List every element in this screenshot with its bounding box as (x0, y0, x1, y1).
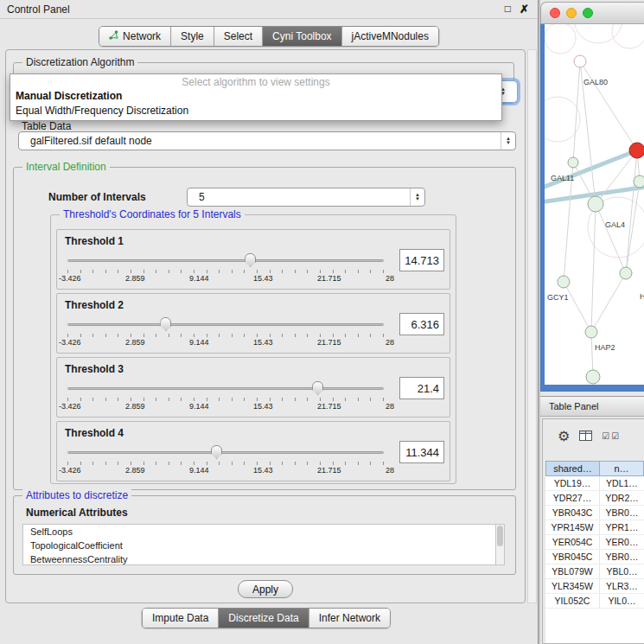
cell-shared-name[interactable]: YIL052C (545, 594, 600, 608)
table-row[interactable]: YDR27…YDR2… (545, 491, 644, 506)
checkbox-icon: ☑ (611, 431, 619, 441)
network-edge[interactable] (591, 273, 626, 332)
table-row[interactable]: YBR043CYBR0… (545, 506, 644, 520)
attribute-list-item[interactable]: SelfLoops (23, 525, 495, 539)
list-scrollbar[interactable] (495, 524, 505, 565)
minimize-traffic-light[interactable] (566, 8, 577, 18)
tab-jactivemnodules[interactable]: jActiveMNodules (341, 27, 438, 46)
table-row[interactable]: YDL19…YDL1… (545, 476, 644, 491)
threshold-value-field[interactable]: 21.4 (399, 377, 444, 399)
group-label: Interval Definition (22, 161, 110, 173)
slider-track[interactable] (67, 387, 384, 390)
slider-track[interactable] (67, 323, 384, 326)
network-edge-thick[interactable] (545, 150, 637, 188)
cell-name[interactable]: YDL1… (600, 476, 644, 490)
dropdown-item-equal-width-frequency[interactable]: Equal Width/Frequency Discretization (10, 104, 501, 118)
tab-cyni-toolbox[interactable]: Cyni Toolbox (262, 27, 341, 46)
table-row[interactable]: YPR145WYPR1… (545, 520, 644, 535)
network-canvas[interactable]: GAL80GAL11GAL4GCY1HAP2H (545, 24, 644, 385)
network-node[interactable] (568, 157, 578, 168)
algorithm-dropdown-popup: Select algorithm to view settings Manual… (10, 73, 502, 121)
network-node[interactable] (620, 267, 632, 279)
panel-scrollbar[interactable] (527, 49, 537, 603)
network-node[interactable] (558, 276, 570, 288)
attribute-list-item[interactable]: TopologicalCoefficient (23, 539, 495, 552)
close-traffic-light[interactable] (550, 8, 560, 18)
column-header-shared-name[interactable]: shared… (545, 461, 600, 476)
table-row[interactable]: YBL079WYBL0… (545, 564, 644, 579)
threshold-value-field[interactable]: 6.316 (399, 313, 444, 335)
network-node[interactable] (585, 326, 597, 338)
group-label: Threshold's Coordinates for 5 Intervals (60, 208, 245, 220)
attribute-list-item[interactable]: BetweennessCentrality (23, 552, 495, 565)
select-all-icon[interactable]: ☑ ☑ (602, 431, 619, 441)
threshold-1-slider[interactable] (67, 253, 384, 268)
apply-button[interactable]: Apply (238, 580, 293, 598)
network-node[interactable] (629, 143, 644, 158)
network-node[interactable] (586, 370, 600, 384)
tick-label: 21.715 (317, 338, 341, 347)
column-header-name[interactable]: n… (600, 461, 644, 476)
cell-shared-name[interactable]: YLR345W (545, 579, 600, 593)
table-data-combo[interactable]: galFiltered.sif default node ▲ ▼ (18, 131, 516, 150)
slider-thumb[interactable] (160, 317, 171, 331)
threshold-value-field[interactable]: 14.713 (399, 249, 444, 271)
window-titlebar: Control Panel □ ✗ (0, 0, 538, 19)
threshold-3-slider[interactable] (67, 381, 384, 396)
cell-name[interactable]: YER0… (600, 535, 644, 549)
table-row[interactable]: YBR045CYBR0… (545, 550, 644, 564)
gear-icon[interactable]: ⚙ (558, 428, 570, 444)
cell-shared-name[interactable]: YDR27… (545, 491, 600, 505)
tab-network[interactable]: Network (99, 27, 170, 46)
slider-thumb[interactable] (211, 445, 222, 459)
cell-name[interactable]: YPR1… (600, 520, 644, 534)
network-node[interactable] (634, 175, 644, 188)
cell-shared-name[interactable]: YBL079W (545, 564, 600, 578)
scrollbar-thumb[interactable] (497, 526, 503, 546)
network-edge[interactable] (596, 204, 626, 273)
numerical-attributes-list[interactable]: SelfLoopsTopologicalCoefficientBetweenne… (22, 524, 496, 565)
slider-scale: -3.4262.8599.14415.4321.71528 (59, 274, 394, 283)
network-node[interactable] (574, 55, 586, 67)
slider-track[interactable] (67, 259, 384, 262)
table-row[interactable]: YER054CYER0… (545, 535, 644, 550)
threshold-4-slider[interactable] (67, 445, 384, 460)
cell-name[interactable]: YBR0… (600, 550, 644, 564)
columns-icon[interactable] (579, 430, 592, 441)
slider-thumb[interactable] (245, 253, 256, 267)
number-of-intervals-combo[interactable]: 5 ▲ ▼ (187, 188, 425, 207)
close-icon[interactable]: ✗ (520, 3, 529, 16)
node-table: ⚙ ☑ ☑ shared… n… YDL19…YDL1…YDR27…YDR2…Y… (542, 418, 644, 644)
slider-thumb[interactable] (312, 381, 323, 395)
cell-shared-name[interactable]: YBR045C (545, 550, 600, 564)
network-edge[interactable] (591, 204, 596, 332)
dropdown-item-manual-discretization[interactable]: Manual Discretization (10, 89, 501, 104)
cell-shared-name[interactable]: YDL19… (545, 476, 600, 490)
cell-shared-name[interactable]: YPR145W (545, 520, 600, 534)
tab-impute-data[interactable]: Impute Data (143, 609, 218, 628)
cell-name[interactable]: YDR2… (600, 491, 644, 505)
tab-style[interactable]: Style (170, 27, 214, 46)
network-node[interactable] (588, 196, 603, 212)
tick-label: 21.715 (317, 466, 341, 475)
network-tab-icon (109, 30, 118, 42)
threshold-2-slider[interactable] (67, 317, 384, 332)
tab-discretize-data[interactable]: Discretize Data (218, 609, 308, 628)
cell-name[interactable]: YLR3… (600, 579, 644, 593)
network-edge[interactable] (564, 282, 591, 332)
slider-track[interactable] (67, 451, 384, 454)
table-row[interactable]: YIL052CYIL0… (545, 594, 644, 609)
tab-select[interactable]: Select (214, 27, 262, 46)
cell-shared-name[interactable]: YER054C (545, 535, 600, 549)
network-window-titlebar (540, 2, 644, 24)
cell-name[interactable]: YIL0… (600, 594, 644, 608)
threshold-value-field[interactable]: 11.344 (399, 441, 444, 463)
cell-name[interactable]: YBL0… (600, 564, 644, 578)
slider-scale: -3.4262.8599.14415.4321.71528 (59, 466, 394, 475)
zoom-traffic-light[interactable] (583, 8, 593, 18)
table-row[interactable]: YLR345WYLR3… (545, 579, 644, 594)
minimize-icon[interactable]: □ (505, 3, 511, 16)
cell-shared-name[interactable]: YBR043C (545, 506, 600, 520)
cell-name[interactable]: YBR0… (600, 506, 644, 520)
tab-infer-network[interactable]: Infer Network (309, 609, 390, 628)
